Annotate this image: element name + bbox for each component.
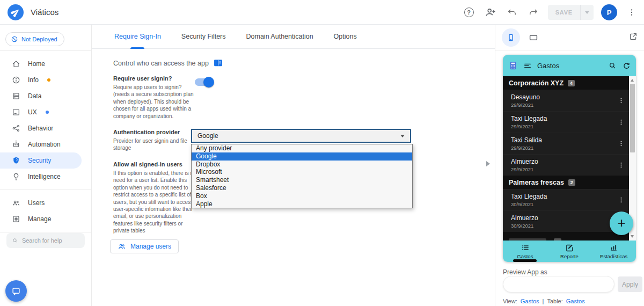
app-title: Viáticos (31, 8, 58, 17)
sidebar-item-manage[interactable]: Manage (0, 211, 91, 227)
menu-icon[interactable] (523, 61, 532, 70)
sidebar-item-ux[interactable]: UX (0, 104, 91, 120)
apply-button[interactable]: Apply (618, 276, 642, 292)
share-app-button[interactable] (484, 5, 497, 19)
auth-provider-title: Authentication provider (113, 129, 199, 135)
scroll-down-arrow[interactable] (631, 235, 634, 238)
more-menu-button[interactable] (625, 5, 639, 19)
scrollbar-thumb[interactable] (630, 84, 635, 152)
sidebar-item-data[interactable]: Data (0, 88, 91, 104)
expense-date: 30/9/2021 (511, 223, 538, 229)
dropdown-option[interactable]: Box (192, 192, 412, 200)
expense-row[interactable]: Almuerzo29/9/2021 (503, 154, 629, 176)
save-options-button[interactable] (581, 5, 594, 20)
view-link[interactable]: Gastos (521, 298, 539, 304)
help-search-input[interactable] (22, 237, 79, 244)
redo-button[interactable] (526, 5, 540, 19)
main-panel: Require Sign-In Security Filters Domain … (92, 25, 495, 306)
feedback-chat-button[interactable] (5, 280, 27, 302)
phone-view-button[interactable] (502, 28, 520, 47)
kebab-menu-icon (627, 8, 636, 17)
require-signin-toggle[interactable] (195, 78, 213, 86)
preview-tab-gastos[interactable]: Gastos (503, 241, 547, 262)
open-preview-button[interactable] (629, 32, 638, 41)
docs-book-icon[interactable] (214, 59, 223, 67)
top-bar-actions: ? SAVE P (462, 0, 639, 25)
tab-options[interactable]: Options (334, 25, 357, 49)
help-icon: ? (464, 8, 474, 17)
preview-tab-reporte[interactable]: Reporte (547, 241, 592, 262)
tab-domain-authentication[interactable]: Domain Authentication (246, 25, 313, 49)
deployment-status-badge[interactable]: Not Deployed (5, 32, 64, 46)
sidebar-item-label: Info (28, 76, 39, 84)
dropdown-option[interactable]: Apple (192, 200, 412, 208)
deployment-status-label: Not Deployed (21, 36, 57, 42)
dropdown-option[interactable]: Microsoft (192, 168, 412, 176)
allow-all-section: Allow all signed-in users If this option… (113, 161, 199, 235)
dropdown-option[interactable]: Any provider (192, 144, 412, 152)
expense-date: 30/9/2021 (511, 201, 547, 207)
expense-row[interactable]: Desayuno29/9/2021 (503, 90, 629, 111)
expense-title: Taxi Salida (511, 136, 542, 144)
kebab-menu-icon[interactable] (618, 97, 625, 104)
scroll-up-arrow[interactable] (631, 79, 634, 82)
preview-tab-estadisticas[interactable]: Estadísticas (591, 241, 636, 262)
manage-users-label: Manage users (130, 243, 171, 250)
dropdown-option[interactable]: Salesforce (192, 184, 412, 192)
kebab-menu-icon[interactable] (618, 140, 625, 147)
sidebar-item-behavior[interactable]: Behavior (0, 120, 91, 136)
dropdown-option[interactable]: Google (192, 152, 412, 161)
clipped-group-header (503, 232, 629, 241)
group-header: Palmeras frescas 2 (503, 176, 629, 189)
calculator-app-icon (508, 61, 518, 70)
bar-chart-icon (609, 243, 618, 252)
expense-date: 29/9/2021 (511, 166, 538, 172)
sidebar-item-info[interactable]: Info (0, 72, 91, 88)
sidebar-item-intelligence[interactable]: Intelligence (0, 169, 91, 185)
require-signin-title: Require user signin? (113, 75, 199, 82)
refresh-icon[interactable] (622, 61, 631, 70)
user-avatar[interactable]: P (601, 4, 617, 20)
auth-provider-select[interactable]: Google (191, 129, 411, 143)
expense-row[interactable]: Taxi Salida29/9/2021 (503, 133, 629, 154)
kebab-menu-icon[interactable] (618, 196, 625, 203)
kebab-menu-icon[interactable] (618, 119, 625, 126)
manage-users-button[interactable]: Manage users (110, 239, 179, 253)
sidebar-item-automation[interactable]: Automation (0, 136, 91, 152)
info-icon (12, 76, 20, 84)
group-label: Corporación XYZ (509, 79, 564, 87)
require-signin-description: Require app users to signin? (needs a se… (113, 84, 199, 120)
dropdown-option[interactable]: Smartsheet (192, 176, 412, 184)
tab-security-filters[interactable]: Security Filters (181, 25, 226, 49)
behavior-icon (12, 124, 20, 133)
add-expense-fab[interactable]: + (610, 212, 633, 235)
search-icon (12, 237, 18, 244)
sidebar-item-users[interactable]: Users (0, 195, 91, 211)
app-logo[interactable] (8, 4, 24, 20)
sidebar-item-security[interactable]: Security (0, 152, 82, 169)
undo-button[interactable] (505, 5, 519, 19)
kebab-menu-icon[interactable] (618, 162, 625, 169)
save-button[interactable]: SAVE (548, 5, 581, 20)
sidebar: Not Deployed Home Info Data UX (0, 25, 91, 306)
sidebar-item-label: Home (28, 60, 45, 68)
search-icon[interactable] (608, 61, 617, 70)
preview-as-input[interactable] (503, 276, 614, 293)
paper-plane-icon (11, 8, 20, 17)
dropdown-option[interactable]: Dropbox (192, 161, 412, 169)
preview-tab-label: Reporte (560, 253, 579, 259)
expense-row[interactable]: Taxi Llegada30/9/2021 (503, 189, 629, 210)
manage-icon (12, 215, 20, 223)
tab-require-sign-in[interactable]: Require Sign-In (114, 25, 161, 49)
table-link[interactable]: Gastos (566, 298, 585, 304)
edit-icon (565, 243, 574, 252)
collapse-panel-handle[interactable] (486, 161, 490, 166)
expense-row[interactable]: Taxi Llegada29/9/2021 (503, 111, 629, 133)
group-header: Corporación XYZ 4 (503, 76, 629, 90)
help-button[interactable]: ? (462, 5, 476, 19)
open-in-new-icon (629, 32, 638, 41)
sidebar-item-home[interactable]: Home (0, 56, 91, 72)
tablet-icon (529, 33, 538, 42)
tablet-view-button[interactable] (524, 28, 543, 47)
sidebar-item-label: Automation (28, 141, 61, 148)
